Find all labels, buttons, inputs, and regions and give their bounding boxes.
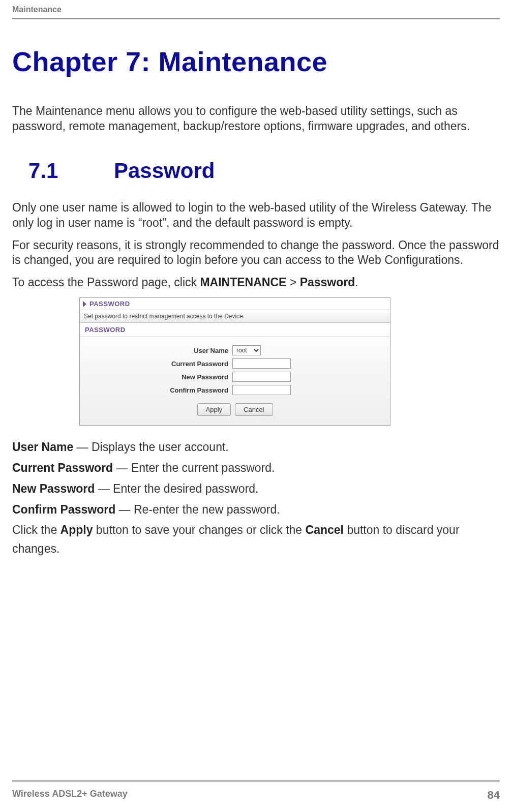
current-password-input[interactable] (232, 358, 291, 369)
def-current-label: Current Password (12, 461, 113, 474)
apply-button[interactable]: Apply (197, 403, 231, 416)
panel-subtitle: PASSWORD (80, 323, 390, 337)
final-pre: Click the (12, 523, 61, 536)
def-user-name-label: User Name (12, 440, 73, 454)
chapter-title: Chapter 7: Maintenance (12, 46, 500, 77)
section-heading: 7.1Password (12, 159, 500, 183)
footer-product: Wireless ADSL2+ Gateway (12, 789, 128, 802)
access-maintenance: MAINTENANCE (200, 276, 286, 289)
cancel-button[interactable]: Cancel (235, 403, 273, 416)
panel-body: User Name root Current Password New Pass… (80, 337, 390, 425)
final-cancel: Cancel (306, 523, 344, 536)
footer-page-number: 84 (488, 789, 500, 802)
label-new-password: New Password (80, 373, 232, 381)
access-separator: > (286, 276, 299, 289)
section-para-1: Only one user name is allowed to login t… (12, 200, 500, 231)
final-apply: Apply (61, 523, 93, 536)
page-footer: Wireless ADSL2+ Gateway 84 (12, 780, 500, 812)
panel-title-text: PASSWORD (89, 300, 130, 308)
access-post: . (355, 276, 358, 289)
chapter-intro: The Maintenance menu allows you to confi… (12, 104, 500, 134)
def-new-label: New Password (12, 482, 95, 495)
label-user-name: User Name (80, 347, 232, 354)
def-confirm-label: Confirm Password (12, 503, 115, 516)
label-current-password: Current Password (80, 360, 232, 368)
confirm-password-input[interactable] (232, 385, 291, 395)
section-number: 7.1 (12, 159, 114, 183)
field-definitions: User Name — Displays the user account. C… (12, 438, 500, 558)
new-password-input[interactable] (232, 372, 291, 382)
label-confirm-password: Confirm Password (80, 386, 232, 394)
section-access-path: To access the Password page, click MAINT… (12, 275, 500, 290)
def-confirm-text: — Re-enter the new password. (115, 503, 280, 516)
panel-title-bar: PASSWORD (80, 298, 390, 310)
running-header: Maintenance (12, 5, 500, 18)
def-current-text: — Enter the current password. (113, 461, 275, 474)
user-name-select[interactable]: root (232, 345, 261, 355)
def-new-text: — Enter the desired password. (95, 482, 258, 495)
section-para-2: For security reasons, it is strongly rec… (12, 238, 500, 268)
password-panel: PASSWORD Set password to restrict manage… (79, 297, 390, 426)
section-title: Password (114, 159, 215, 183)
access-password: Password (300, 276, 355, 289)
access-pre: To access the Password page, click (12, 276, 200, 289)
def-user-name-text: — Displays the user account. (73, 440, 229, 454)
panel-caption: Set password to restrict management acce… (80, 310, 390, 323)
final-mid: button to save your changes or click the (93, 523, 305, 536)
triangle-icon (83, 301, 86, 307)
